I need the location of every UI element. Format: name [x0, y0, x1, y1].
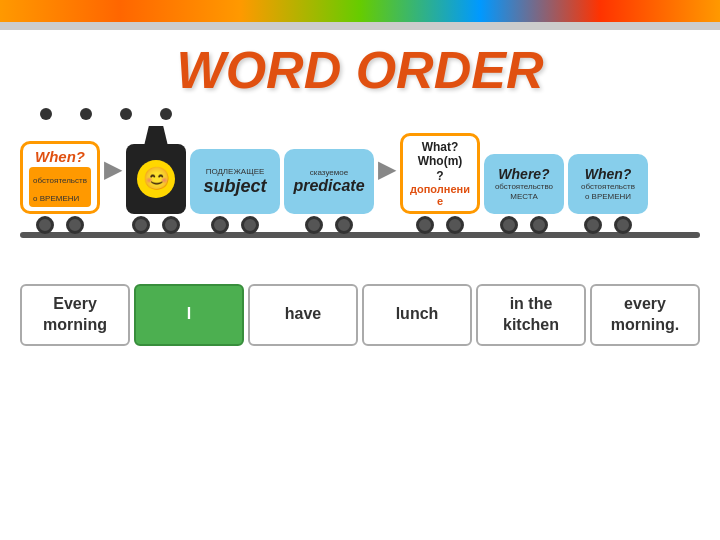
dot-2: [80, 108, 92, 120]
predicate-car: сказуемое predicate: [284, 149, 374, 234]
wheel: [335, 216, 353, 234]
engine-body: 😊: [126, 144, 186, 214]
when-car-body: When? обстоятельство ВРЕМЕНИ: [20, 141, 100, 214]
when2-sub: обстоятельство ВРЕМЕНИ: [581, 182, 635, 201]
arrow-2: ▶: [378, 155, 396, 183]
where-sub: обстоятельствоМЕСТА: [495, 182, 553, 201]
wheel: [614, 216, 632, 234]
where-car: Where? обстоятельствоМЕСТА: [484, 154, 564, 234]
when2-q: When?: [585, 166, 632, 182]
engine-wheels: [132, 216, 180, 234]
wheel: [584, 216, 602, 234]
where-wheels: [500, 216, 548, 234]
train-area: When? обстоятельство ВРЕМЕНИ ▶ 😊: [0, 126, 720, 278]
when2-car: When? обстоятельство ВРЕМЕНИ: [568, 154, 648, 234]
wheel: [211, 216, 229, 234]
dot-4: [160, 108, 172, 120]
arrow-1: ▶: [104, 155, 122, 183]
example-cell-in-the-kitchen: in thekitchen: [476, 284, 586, 346]
wheel: [66, 216, 84, 234]
wheel: [500, 216, 518, 234]
subject-body: ПОДЛЕЖАЩЕЕ subject: [190, 149, 280, 214]
subject-sublabel: ПОДЛЕЖАЩЕЕ: [206, 167, 265, 176]
page-title: WORD ORDER: [0, 40, 720, 100]
object-car: What?Who(m)? дополнение: [400, 133, 480, 234]
predicate-sublabel: сказуемое: [310, 168, 348, 177]
object-body: What?Who(m)? дополнение: [400, 133, 480, 214]
where-q: Where?: [498, 166, 549, 182]
when-sub-box: обстоятельство ВРЕМЕНИ: [29, 167, 91, 207]
where-body: Where? обстоятельствоМЕСТА: [484, 154, 564, 214]
dots-row: [0, 108, 720, 120]
wheel: [241, 216, 259, 234]
dot-1: [40, 108, 52, 120]
engine-face: 😊: [137, 160, 175, 198]
wheel: [132, 216, 150, 234]
predicate-wheels: [305, 216, 353, 234]
when-sublabel: обстоятельство ВРЕМЕНИ: [33, 176, 87, 203]
when2-wheels: [584, 216, 632, 234]
subject-car: ПОДЛЕЖАЩЕЕ subject: [190, 149, 280, 234]
dot-3: [120, 108, 132, 120]
object-q-top: What?Who(m)?: [418, 140, 463, 183]
object-wheels: [416, 216, 464, 234]
wheel: [530, 216, 548, 234]
example-cell-every-morning: Everymorning: [20, 284, 130, 346]
predicate-body: сказуемое predicate: [284, 149, 374, 214]
subject-main: subject: [203, 176, 266, 197]
wheel: [162, 216, 180, 234]
cars-container: When? обстоятельство ВРЕМЕНИ ▶ 😊: [20, 126, 700, 278]
predicate-main: predicate: [293, 177, 364, 195]
wheel: [416, 216, 434, 234]
when2-body: When? обстоятельство ВРЕМЕНИ: [568, 154, 648, 214]
when-car: When? обстоятельство ВРЕМЕНИ: [20, 141, 100, 234]
engine-car: 😊: [126, 126, 186, 234]
example-cell-every-morning-end: everymorning.: [590, 284, 700, 346]
example-cell-i: I: [134, 284, 244, 346]
wheel: [446, 216, 464, 234]
example-cell-lunch: lunch: [362, 284, 472, 346]
example-row: Everymorning I have lunch in thekitchen …: [20, 284, 700, 346]
example-cell-have: have: [248, 284, 358, 346]
wheel: [36, 216, 54, 234]
top-banner: [0, 0, 720, 30]
subject-wheels: [211, 216, 259, 234]
engine-funnel: [144, 126, 168, 146]
object-label: дополнение: [410, 183, 470, 207]
wheel: [305, 216, 323, 234]
when-label: When?: [35, 148, 85, 165]
when-wheels: [36, 216, 84, 234]
